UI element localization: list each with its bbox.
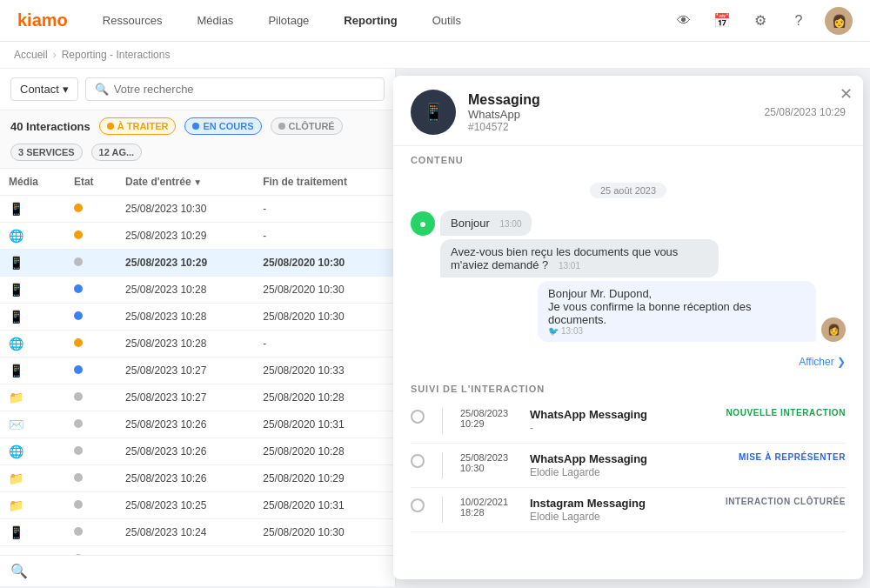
gear-icon[interactable]: ⚙: [748, 9, 773, 33]
interactions-table-wrap: Média Etat Date d'entrée Fin de traiteme…: [0, 169, 395, 555]
bottom-search-bar: 🔍: [0, 555, 395, 586]
table-row[interactable]: 📱 25/08/2023 10:30 -: [0, 196, 395, 223]
table-row[interactable]: ✉️ 25/08/2023 10:24 25/08/2020 10:27: [0, 546, 395, 556]
cell-status: [65, 519, 117, 546]
cell-status: [65, 277, 117, 304]
badge-a-traiter[interactable]: À TRAITER: [99, 117, 177, 135]
whatsapp-icon: ●: [411, 211, 435, 236]
nav-action-icons: 👁 📅 ⚙ ? 👩: [672, 7, 853, 35]
cell-status: [65, 411, 117, 438]
cell-status: [65, 331, 117, 357]
message-2: Avez-vous bien reçu les documents que vo…: [411, 239, 846, 277]
bubble-right-1: Bonjour Mr. Dupond,Je vous confirme la b…: [538, 281, 816, 342]
suivi-content-2: WhatsApp Messaging Elodie Lagarde: [530, 452, 730, 478]
table-row[interactable]: 📁 25/08/2023 10:26 25/08/2020 10:29: [0, 465, 395, 492]
afficher-link[interactable]: Afficher ❯: [393, 352, 863, 375]
cell-media: 📁: [0, 384, 65, 411]
cell-media: 📱: [0, 304, 65, 331]
cell-date-entree: 25/08/2023 10:28: [117, 277, 254, 304]
cell-fin-traitement: 25/08/2020 10:29: [254, 465, 395, 492]
cell-date-entree: 25/08/2023 10:28: [117, 304, 254, 331]
table-row[interactable]: ✉️ 25/08/2023 10:26 25/08/2020 10:31: [0, 411, 395, 438]
cell-media: 🌐: [0, 331, 65, 357]
badge-en-cours[interactable]: EN COURS: [184, 117, 261, 135]
table-row[interactable]: 📱 25/08/2023 10:29 25/08/2020 10:30: [0, 250, 395, 277]
close-button[interactable]: ✕: [840, 84, 853, 104]
bottom-search-icon[interactable]: 🔍: [10, 564, 28, 578]
suivi-circle-2: [411, 454, 425, 468]
twitter-icon: 🐦: [548, 326, 559, 336]
suivi-date-1: 25/08/2023 10:29: [460, 408, 521, 429]
cell-status: [65, 465, 117, 492]
panel-title-block: Messaging WhatsApp #104572: [468, 92, 753, 133]
suivi-area: 25/08/2023 10:29 WhatsApp Messaging - NO…: [393, 399, 863, 579]
suivi-tag-3: INTERACTION CLÔTURÉE: [726, 497, 846, 506]
chat-area: 25 août 2023 ● Bonjour 13:00 Avez-vous b…: [393, 170, 863, 352]
col-etat: Etat: [65, 169, 117, 196]
panel-subtitle: WhatsApp: [468, 108, 753, 121]
nav-pilotage[interactable]: Pilotage: [261, 10, 316, 30]
breadcrumb-separator: ›: [53, 49, 57, 61]
table-row[interactable]: 📱 25/08/2023 10:24 25/08/2020 10:30: [0, 519, 395, 546]
cell-date-entree: 25/08/2023 10:27: [117, 357, 254, 384]
cell-status: [65, 196, 117, 223]
table-row[interactable]: 🌐 25/08/2023 10:26 25/08/2020 10:28: [0, 438, 395, 465]
cell-fin-traitement: 25/08/2020 10:30: [254, 304, 395, 331]
table-row[interactable]: 🌐 25/08/2023 10:29 -: [0, 223, 395, 250]
help-icon[interactable]: ?: [786, 9, 811, 33]
cell-fin-traitement: 25/08/2020 10:27: [254, 546, 395, 556]
cell-media: 📁: [0, 492, 65, 519]
cell-media: 📱: [0, 250, 65, 277]
cell-fin-traitement: 25/08/2020 10:28: [254, 438, 395, 465]
badge-cloture[interactable]: CLÔTURÉ: [271, 117, 343, 135]
nav-medias[interactable]: Médias: [190, 10, 240, 30]
calendar-icon[interactable]: 📅: [710, 9, 734, 33]
col-fin-traitement: Fin de traitement: [254, 169, 395, 196]
suivi-content-1: WhatsApp Messaging -: [530, 408, 717, 434]
contact-dropdown[interactable]: Contact ▾: [10, 77, 78, 101]
table-row[interactable]: 🌐 25/08/2023 10:28 -: [0, 331, 395, 357]
user-avatar[interactable]: 👩: [825, 7, 853, 35]
nav-reporting[interactable]: Reporting: [337, 10, 404, 30]
badge-agents[interactable]: 12 AG...: [91, 144, 143, 161]
contact-dropdown-label: Contact: [20, 83, 59, 96]
table-row[interactable]: 📁 25/08/2023 10:25 25/08/2020 10:31: [0, 492, 395, 519]
search-icon: 🔍: [95, 83, 109, 96]
table-row[interactable]: 📱 25/08/2023 10:28 25/08/2020 10:30: [0, 277, 395, 304]
cell-date-entree: 25/08/2023 10:25: [117, 492, 254, 519]
eye-icon[interactable]: 👁: [672, 9, 696, 33]
col-date-entree[interactable]: Date d'entrée: [117, 169, 254, 196]
table-row[interactable]: 📱 25/08/2023 10:28 25/08/2020 10:30: [0, 304, 395, 331]
search-input[interactable]: [114, 83, 375, 96]
table-row[interactable]: 📱 25/08/2023 10:27 25/08/2020 10:33: [0, 357, 395, 384]
cell-status: [65, 438, 117, 465]
search-box: 🔍: [85, 77, 385, 101]
agent-avatar: 👩: [821, 317, 846, 342]
cell-media: 📱: [0, 519, 65, 546]
cell-fin-traitement: 25/08/2020 10:30: [254, 519, 395, 546]
suivi-item-3: 10/02/2021 18:28 Instagram Messaging Elo…: [411, 488, 846, 532]
cell-media: 📁: [0, 465, 65, 492]
cell-fin-traitement: -: [254, 196, 395, 223]
suivi-tag-1: NOUVELLE INTERACTION: [726, 408, 846, 418]
cell-status: [65, 250, 117, 277]
suivi-circle-1: [411, 410, 425, 424]
bubble-time-2: 13:01: [559, 261, 580, 271]
cell-date-entree: 25/08/2023 10:29: [117, 223, 254, 250]
breadcrumb-home[interactable]: Accueil: [14, 49, 48, 61]
cell-status: [65, 304, 117, 331]
bubble-left-2: Avez-vous bien reçu les documents que vo…: [440, 239, 719, 277]
nav-outils[interactable]: Outils: [425, 10, 468, 30]
cell-fin-traitement: 25/08/2020 10:31: [254, 411, 395, 438]
interactions-table: Média Etat Date d'entrée Fin de traiteme…: [0, 169, 395, 555]
nav-ressources[interactable]: Ressources: [96, 10, 170, 30]
cell-date-entree: 25/08/2023 10:24: [117, 519, 254, 546]
suivi-item-1: 25/08/2023 10:29 WhatsApp Messaging - NO…: [411, 399, 846, 444]
badge-services[interactable]: 3 SERVICES: [10, 144, 83, 161]
table-row[interactable]: 📁 25/08/2023 10:27 25/08/2020 10:28: [0, 384, 395, 411]
bubble-time-1: 13:00: [499, 219, 521, 229]
cell-media: 📱: [0, 196, 65, 223]
chat-date-divider: 25 août 2023: [590, 183, 666, 198]
cell-fin-traitement: 25/08/2020 10:31: [254, 492, 395, 519]
cell-media: 🌐: [0, 438, 65, 465]
